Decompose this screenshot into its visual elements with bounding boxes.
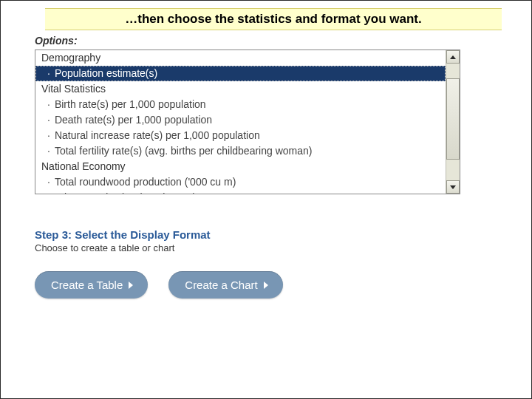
bullet-icon: · [47,129,50,141]
step3-subtitle: Choose to create a table or chart [35,242,531,253]
scroll-thumb[interactable] [446,78,460,160]
option-item-label: Total roundwood production ('000 cu m) [55,176,236,188]
arrow-up-icon [450,55,456,59]
format-button-row: Create a Table Create a Chart [35,271,531,299]
create-chart-button[interactable]: Create a Chart [168,271,282,299]
option-group-demography[interactable]: Demography [35,50,446,66]
create-table-button[interactable]: Create a Table [35,271,148,299]
option-item-label: Population estimate(s) [55,67,157,79]
option-item-total-fertility[interactable]: ·Total fertility rate(s) (avg. births pe… [35,143,446,159]
option-item-label: Wheat production (metric tons) [55,191,196,194]
option-item-birth-rate[interactable]: ·Birth rate(s) per 1,000 population [35,97,446,112]
scroll-down-button[interactable] [446,180,460,194]
options-listbox[interactable]: Demography ·Population estimate(s) Vital… [35,50,460,194]
scroll-up-button[interactable] [446,50,460,64]
bullet-icon: · [47,191,50,194]
option-group-vital-statistics[interactable]: Vital Statistics [35,81,446,97]
option-item-wheat[interactable]: ·Wheat production (metric tons) [35,190,446,194]
option-group-national-economy[interactable]: National Economy [35,159,446,174]
bullet-icon: · [47,114,50,126]
bullet-icon: · [47,67,50,79]
scrollbar[interactable] [446,50,460,194]
chevron-right-icon [129,282,133,289]
scroll-track[interactable] [446,64,460,180]
button-label: Create a Table [51,279,123,291]
bullet-icon: · [47,98,50,110]
step3-title: Step 3: Select the Display Format [35,228,531,241]
options-listbox-inner[interactable]: Demography ·Population estimate(s) Vital… [35,50,446,194]
option-item-label: Death rate(s) per 1,000 population [55,114,212,126]
bullet-icon: · [47,145,50,157]
option-item-label: Total fertility rate(s) (avg. births per… [55,145,313,157]
arrow-down-icon [450,185,456,189]
option-item-roundwood[interactable]: ·Total roundwood production ('000 cu m) [35,174,446,190]
options-label: Options: [35,35,531,47]
option-item-death-rate[interactable]: ·Death rate(s) per 1,000 population [35,112,446,128]
option-item-label: Natural increase rate(s) per 1,000 popul… [55,129,260,141]
chevron-right-icon [264,282,268,289]
option-item-label: Birth rate(s) per 1,000 population [55,98,206,110]
button-label: Create a Chart [185,279,257,291]
instruction-banner: …then choose the statistics and format y… [45,8,502,30]
option-item-population-estimates[interactable]: ·Population estimate(s) [35,66,446,81]
bullet-icon: · [47,176,50,188]
option-item-natural-increase[interactable]: ·Natural increase rate(s) per 1,000 popu… [35,128,446,143]
